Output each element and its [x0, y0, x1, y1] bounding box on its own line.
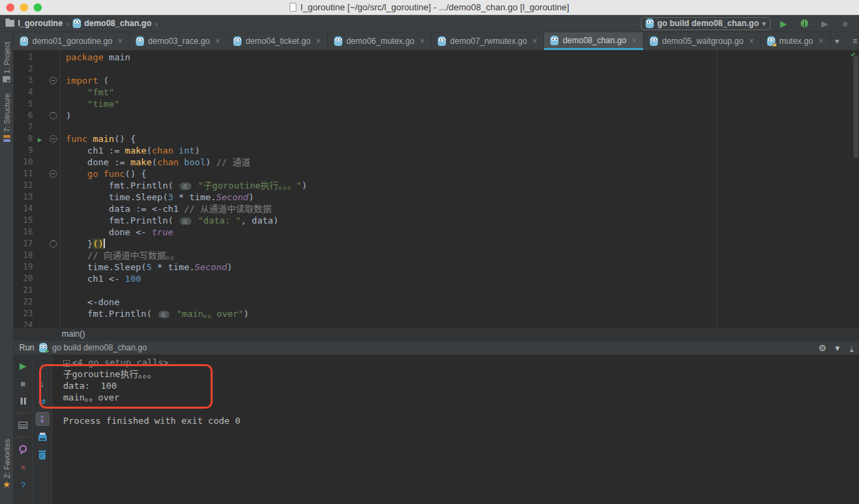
fold-close-icon[interactable]: ˆ [49, 112, 57, 119]
breadcrumb-item[interactable]: demo08_chan.go [73, 19, 152, 28]
rerun-button[interactable]: ▶ [16, 359, 30, 372]
breadcrumb-item[interactable]: l_goroutine [5, 19, 62, 28]
line-number[interactable]: 12 [14, 180, 34, 191]
scroll-to-end-button[interactable]: ↧ [36, 412, 49, 426]
code-line: 21 [14, 285, 859, 296]
code-text: go func() { [60, 168, 146, 180]
line-number[interactable]: 9 [14, 145, 34, 156]
line-number[interactable]: 17 [14, 238, 34, 250]
tabs-dropdown-icon[interactable]: ▾ [830, 34, 844, 48]
tab-demo07_rwmutex.go[interactable]: demo07_rwmutex.go× [432, 32, 544, 50]
tool-window-button-2-favorites[interactable]: 2: Favorites★ [3, 439, 11, 489]
tabs-list-icon[interactable]: ≡ [848, 34, 859, 48]
next-occurrence-button[interactable]: ↓ [36, 376, 49, 390]
help-button[interactable]: ? [16, 478, 30, 492]
line-number[interactable]: 13 [14, 191, 34, 203]
run-console[interactable]: +<4 go setup calls>子goroutine执行。。。data: … [52, 355, 859, 504]
fold-close-icon[interactable]: ˆ [49, 240, 57, 248]
line-number[interactable]: 20 [14, 273, 34, 285]
inspections-ok-icon[interactable]: ✔ [851, 51, 856, 58]
line-number[interactable]: 19 [14, 261, 34, 273]
show-console-button[interactable] [16, 418, 30, 432]
line-number[interactable]: 15 [14, 215, 34, 226]
tab-close-icon[interactable]: × [632, 36, 637, 45]
line-number[interactable]: 24 [14, 320, 34, 327]
fold-toggle-icon[interactable]: + [63, 360, 70, 367]
line-number[interactable]: 8 [14, 133, 34, 145]
tab-mutex.go[interactable]: mutex.go× [761, 32, 830, 50]
run-configuration-select[interactable]: go build demo08_chan.go ▾ [641, 17, 770, 30]
tab-close-icon[interactable]: × [118, 36, 123, 46]
line-number[interactable]: 6 [14, 110, 34, 121]
tab-demo01_goroutine.go[interactable]: demo01_goroutine.go× [14, 32, 130, 50]
line-number[interactable]: 10 [14, 156, 34, 168]
settings-gear-icon[interactable]: ⚙ [816, 341, 829, 355]
go-file-icon [438, 36, 446, 46]
run-config-title: go build demo08_chan.go [52, 343, 147, 352]
pause-output-button[interactable] [16, 394, 30, 408]
tool-window-button-7-structure[interactable]: 7: Structure [3, 93, 11, 142]
line-number[interactable]: 22 [14, 296, 34, 308]
clear-all-button[interactable] [36, 448, 49, 461]
pin-tab-button[interactable] [16, 442, 30, 456]
fold-open-icon[interactable]: − [49, 77, 57, 84]
stop-button[interactable]: ■ [838, 16, 852, 30]
line-number[interactable]: 4 [14, 86, 34, 98]
settings-caret-icon[interactable]: ▾ [831, 341, 845, 355]
line-number[interactable]: 5 [14, 98, 34, 110]
fold-open-icon[interactable]: − [49, 135, 57, 143]
line-number[interactable]: 7 [14, 121, 34, 133]
code-line: 1package main [14, 51, 859, 63]
tab-demo08_chan.go[interactable]: demo08_chan.go× [544, 32, 644, 50]
hide-panel-icon[interactable]: ↓ [850, 344, 854, 352]
window-minimize-button[interactable] [20, 3, 28, 12]
line-number[interactable]: 11 [14, 168, 34, 180]
tool-window-stripe: 1: Project7: Structure2: Favorites★ [0, 32, 14, 504]
run-line-icon[interactable]: ▶ [38, 134, 42, 145]
tab-demo04_ticket.go[interactable]: demo04_ticket.go× [227, 32, 328, 50]
tab-close-icon[interactable]: × [749, 36, 754, 46]
code-line: 12 fmt.Println( a: "子goroutine执行。。。") [14, 180, 859, 191]
window-zoom-button[interactable] [34, 3, 42, 12]
prev-occurrence-button[interactable]: ↑ [36, 359, 49, 372]
gutter-markers: − [34, 75, 60, 86]
run-tab-label[interactable]: Run [19, 343, 34, 352]
tab-label: demo01_goroutine.go [32, 36, 113, 46]
debug-button[interactable] [797, 16, 811, 30]
code-text: "fmt" [60, 86, 114, 98]
line-number[interactable]: 1 [14, 51, 34, 63]
run-with-coverage-button[interactable]: ▶ [818, 16, 832, 30]
line-number[interactable]: 14 [14, 203, 34, 215]
soft-wrap-button[interactable]: ⇄ [36, 394, 49, 408]
tab-close-icon[interactable]: × [420, 36, 425, 46]
code-line: 24 [14, 320, 859, 327]
tab-demo05_waitgroup.go[interactable]: demo05_waitgroup.go× [644, 32, 761, 50]
code-text: fmt.Println( a: "data: ", data) [60, 215, 279, 226]
line-number[interactable]: 23 [14, 308, 34, 320]
window-close-button[interactable] [6, 3, 14, 12]
tab-close-icon[interactable]: × [819, 36, 823, 46]
tab-close-icon[interactable]: × [532, 36, 537, 46]
tool-window-button-1-project[interactable]: 1: Project [3, 42, 11, 82]
tab-demo06_mutex.go[interactable]: demo06_mutex.go× [328, 32, 432, 50]
code-line: 8▶−func main() { [14, 133, 859, 145]
stop-button[interactable]: ■ [16, 376, 30, 390]
param-hint-badge: a: [158, 311, 169, 318]
line-number[interactable]: 3 [14, 75, 34, 86]
run-header-actions: ⚙▾ ↓ [816, 341, 854, 355]
line-number[interactable]: 18 [14, 250, 34, 261]
run-button[interactable]: ▶ [777, 16, 790, 30]
breadcrumb-main[interactable]: main() [62, 329, 85, 339]
print-button[interactable] [36, 430, 49, 444]
tab-demo03_race.go[interactable]: demo03_race.go× [130, 32, 227, 50]
editor-scrollbar[interactable] [854, 56, 858, 158]
code-line: 19 time.Sleep(5 * time.Second) [14, 261, 859, 273]
line-number[interactable]: 21 [14, 285, 34, 296]
line-number[interactable]: 16 [14, 226, 34, 238]
close-button[interactable]: × [16, 460, 30, 474]
tab-close-icon[interactable]: × [316, 36, 321, 46]
line-number[interactable]: 2 [14, 63, 34, 75]
editor[interactable]: 1package main23−import (4 "fmt"5 "time"6… [14, 50, 859, 327]
tab-close-icon[interactable]: × [215, 36, 220, 46]
fold-open-icon[interactable]: − [49, 170, 57, 178]
